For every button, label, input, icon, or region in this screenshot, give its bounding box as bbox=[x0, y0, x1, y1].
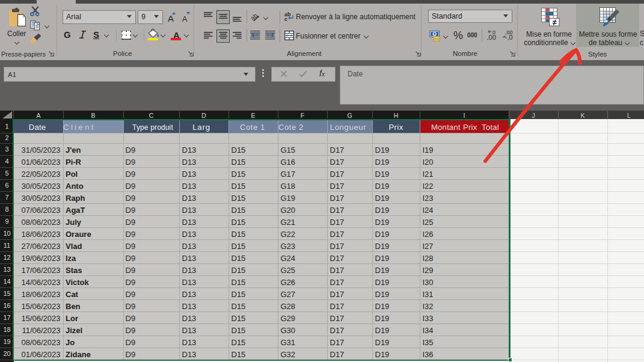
svg-text:c: c bbox=[284, 16, 287, 22]
